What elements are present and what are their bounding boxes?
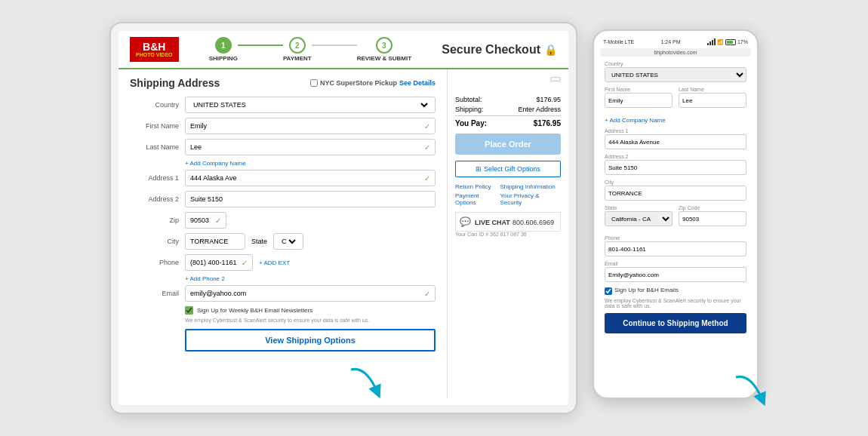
m-phone-input[interactable] [605,241,746,256]
m-state-select[interactable]: California - CA [605,211,673,226]
address1-row: Address 1 444 Alaska Ave ✓ [130,170,436,186]
phone-input[interactable]: (801) 400-1161 ✓ [185,254,253,271]
step-line-2 [312,45,357,46]
shipping-row: Shipping: Enter Address [455,106,561,113]
continue-shipping-button[interactable]: Continue to Shipping Method [605,313,746,333]
mobile-mockup: T-Mobile LTE 1:24 PM 📶 17% [593,29,759,399]
subtotal-row: Subtotal: $176.95 [455,96,561,103]
address2-input[interactable]: Suite 5150 [185,191,436,207]
add-phone-link[interactable]: + Add Phone 2 [185,275,436,282]
city-input[interactable]: TORRANCE [185,233,245,250]
nyc-pickup[interactable]: NYC SuperStore Pickup See Details [310,79,436,87]
m-first-name-input[interactable] [605,93,673,108]
battery-icon [725,39,736,45]
you-pay-row: You Pay: $176.95 [455,115,561,127]
view-shipping-button[interactable]: View Shipping Options [185,329,436,352]
checkout-header: B&H PHOTO VIDEO 1 SHIPPING 2 PAYMENT [119,31,568,69]
first-name-input[interactable]: Emily ✓ [185,118,436,134]
last-name-input[interactable]: Lee ✓ [185,139,436,155]
phone-row: Phone (801) 400-1161 ✓ + ADD EXT [130,254,436,271]
check-icon: ✓ [424,122,430,130]
secure-checkout-title: Secure Checkout 🔒 [442,43,557,57]
state-select[interactable]: CA [279,237,298,246]
check-icon-phone: ✓ [242,259,248,267]
zip-row: Zip 90503 ✓ [130,212,436,229]
return-policy-link[interactable]: Return Policy [455,183,500,190]
address2-row: Address 2 Suite 5150 [130,191,436,207]
m-email-input[interactable] [605,267,746,282]
country-input[interactable]: UNITED STATES [185,97,436,113]
email-row: Email emily@yahoo.com ✓ [130,285,436,302]
email-input[interactable]: emily@yahoo.com ✓ [185,285,436,302]
desktop-arrow [343,362,385,407]
step-2-payment: 2 PAYMENT [283,37,312,62]
m-city-input[interactable] [605,186,746,201]
state-input[interactable]: CA [273,233,303,250]
add-company-link[interactable]: + Add Company Name [185,160,436,167]
mobile-content: Country UNITED STATES First Name Last Na… [600,58,751,379]
url-bar[interactable]: bhphotovideo.com [600,48,751,57]
m-newsletter-row: Sign Up for B&H Emails [605,287,746,295]
check-icon-2: ✓ [424,143,430,152]
m-add-company-link[interactable]: + Add Company Name [605,117,746,124]
privacy-link[interactable]: Your Privacy & Security [500,192,561,206]
country-select[interactable]: UNITED STATES [190,100,430,109]
payment-options-link[interactable]: Payment Options [455,192,500,206]
m-address2-input[interactable] [605,160,746,175]
m-newsletter-checkbox[interactable] [605,287,612,295]
wifi-icon: 📶 [717,39,724,45]
bh-logo: B&H PHOTO VIDEO [130,37,179,62]
address1-input[interactable]: 444 Alaska Ave ✓ [185,170,436,186]
mobile-status-bar: T-Mobile LTE 1:24 PM 📶 17% [600,37,751,47]
mobile-arrow [728,370,770,414]
lock-icon: 🔒 [544,44,557,56]
checkout-body: Shipping Address NYC SuperStore Pickup S… [119,69,568,398]
nyc-pickup-checkbox[interactable] [310,79,318,87]
footer-links: Return Policy Payment Options Shipping I… [455,183,561,206]
m-state-zip-row: State California - CA Zip Code [605,205,746,231]
m-address1-input[interactable] [605,134,746,149]
newsletter-row: Sign Up for Weekly B&H Email Newsletters [185,306,436,315]
left-panel: Shipping Address NYC SuperStore Pickup S… [119,69,448,398]
step-1-shipping: 1 SHIPPING [209,37,238,62]
order-summary: Subtotal: $176.95 Shipping: Enter Addres… [455,96,561,155]
checkout-steps: 1 SHIPPING 2 PAYMENT 3 REVIEW & SUBMIT [209,37,411,62]
check-icon-3: ✓ [424,174,430,183]
m-zip-input[interactable] [679,211,746,226]
gift-icon: ⊞ [476,165,482,173]
m-country-select[interactable]: UNITED STATES [605,67,746,82]
chat-icon: 💬 [460,216,471,227]
place-order-button[interactable]: Place Order [455,134,561,155]
newsletter-checkbox[interactable] [185,306,193,315]
zip-input[interactable]: 90503 ✓ [185,212,226,229]
live-chat-section: 💬 LIVE CHAT 800.606.6969 [455,212,561,232]
m-last-name-input[interactable] [679,93,746,108]
signal-icon [707,38,716,45]
desktop-mockup: B&H PHOTO VIDEO 1 SHIPPING 2 PAYMENT [109,22,577,414]
check-icon-email: ✓ [424,290,430,298]
gift-options-button[interactable]: ⊞ Select Gift Options [455,161,561,177]
edit-cart-button[interactable] [550,77,561,81]
section-title: Shipping Address NYC SuperStore Pickup S… [130,77,436,89]
step-line-1 [238,45,283,46]
right-panel: Subtotal: $176.95 Shipping: Enter Addres… [448,69,568,398]
first-name-row: First Name Emily ✓ [130,118,436,134]
step-3-review: 3 REVIEW & SUBMIT [357,37,411,62]
state-label: State [251,238,267,245]
city-state-row: City TORRANCE State CA [130,233,436,250]
last-name-row: Last Name Lee ✓ [130,139,436,155]
add-ext-link[interactable]: + ADD EXT [259,259,290,266]
country-row: Country UNITED STATES [130,97,436,113]
m-name-row: First Name Last Name [605,87,746,112]
shipping-info-link[interactable]: Shipping Information [500,183,561,190]
check-icon-zip: ✓ [215,216,221,225]
